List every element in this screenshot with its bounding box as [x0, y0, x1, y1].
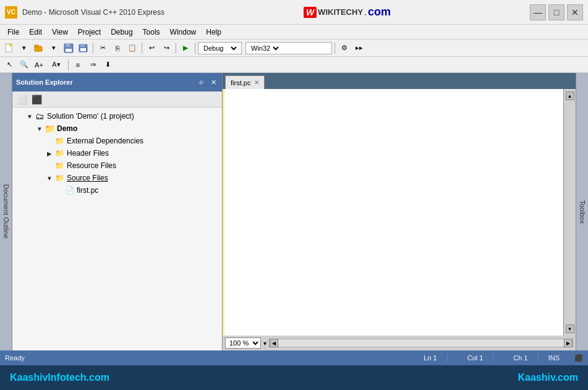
new-button[interactable] [2, 41, 16, 55]
redo-button[interactable]: ↪ [160, 41, 173, 55]
down-arrow-btn[interactable]: ⬇ [101, 58, 114, 72]
panel-controls: ꩜ ✕ [196, 78, 218, 87]
menu-file[interactable]: File [2, 27, 24, 38]
tree-item-source[interactable]: ▼ 📁 Source Files [12, 172, 222, 184]
pointer-button[interactable]: ↖ [2, 58, 16, 72]
status-ready: Ready [5, 354, 404, 362]
menu-debug[interactable]: Debug [106, 27, 137, 38]
tree-view: ▼ 🗂 Solution 'Demo' (1 project) ▼ 📁 Demo… [12, 108, 222, 350]
tree-item-firstpc[interactable]: 📄 first.pc [12, 184, 222, 197]
external-label: External Dependencies [67, 137, 143, 145]
editor-scrollbar: ▲ ▼ [563, 89, 576, 336]
tree-item-header[interactable]: ▶ 📁 Header Files [12, 147, 222, 159]
folder-icon-resource: 📁 [54, 161, 64, 171]
demo-label: Demo [57, 124, 77, 133]
font-increase[interactable]: A+ [32, 58, 46, 72]
minimize-button[interactable]: — [530, 4, 546, 20]
footer-left-link[interactable]: KaashivInfotech.com [10, 372, 109, 383]
menu-bar: File Edit View Project Debug Tools Windo… [0, 25, 588, 40]
editor-tabs: first.pc ✕ [223, 73, 576, 89]
maximize-button[interactable]: □ [548, 4, 565, 20]
svg-rect-8 [80, 45, 85, 47]
copy-button[interactable]: ⎘ [111, 41, 124, 55]
indent-btn[interactable]: ⇒ [86, 58, 100, 72]
window-controls: — □ ✕ [530, 4, 583, 20]
status-bar: Ready Ln 1 Col 1 Ch 1 INS ⬛ [0, 350, 588, 365]
scroll-left-button[interactable]: ◀ [270, 339, 278, 347]
tab-close-button[interactable]: ✕ [254, 79, 259, 86]
tree-item-demo[interactable]: ▼ 📁 Demo [12, 122, 222, 135]
toolbar-dropdown-1[interactable]: ▾ [17, 41, 31, 55]
panel-close-button[interactable]: ✕ [209, 78, 218, 87]
footer-right-link[interactable]: Kaashiv.com [518, 372, 578, 383]
menu-tools[interactable]: Tools [138, 27, 165, 38]
solution-label: Solution 'Demo' (1 project) [47, 112, 134, 121]
scroll-down-button[interactable]: ▼ [566, 324, 574, 333]
debug-config-dropdown[interactable]: Debug Release [198, 42, 242, 54]
list-btn[interactable]: ≡ [71, 58, 85, 72]
solution-explorer-panel: Solution Explorer ꩜ ✕ ⬜ ⬛ ▼ 🗂 Solution '… [12, 73, 223, 350]
footer: KaashivInfotech.com Kaashiv.com [0, 365, 588, 390]
main-area: Document Outline Solution Explorer ꩜ ✕ ⬜… [0, 73, 588, 350]
separator-2 [142, 43, 142, 54]
scroll-up-button[interactable]: ▲ [566, 91, 574, 100]
close-button[interactable]: ✕ [567, 4, 583, 20]
separator-3 [176, 43, 176, 54]
status-ins: INS [548, 354, 560, 362]
menu-window[interactable]: Window [165, 27, 202, 38]
platform-dropdown[interactable]: Win32 x64 [245, 42, 332, 54]
zoom-dropdown-arrow: ▾ [263, 340, 266, 347]
toolbox-label: Toolbox [579, 200, 586, 224]
panel-title: Solution Explorer [16, 78, 73, 86]
tree-item-external[interactable]: 📁 External Dependencies [12, 135, 222, 147]
folder-icon-header: 📁 [54, 148, 64, 158]
search-button[interactable]: 🔍 [17, 58, 31, 72]
app-title: Demo - Microsoft Visual C++ 2010 Express [22, 8, 164, 17]
logo-wikitechy: WIKITECHY [318, 7, 363, 17]
save-button[interactable] [62, 41, 75, 55]
toolbar-dropdown-2[interactable]: ▾ [47, 41, 61, 55]
sep-2-1 [68, 59, 69, 70]
svg-rect-5 [66, 44, 70, 47]
editor-bottom-bar: 100 % 75 % 150 % ▾ ◀ ▶ [223, 336, 576, 350]
scroll-right-button[interactable]: ▶ [564, 339, 573, 347]
folder-icon-external: 📁 [54, 136, 64, 146]
more-button[interactable]: ▸▸ [352, 41, 366, 55]
pin-button[interactable]: ꩜ [196, 78, 207, 87]
panel-header: Solution Explorer ꩜ ✕ [12, 73, 222, 91]
expander-source: ▼ [45, 175, 54, 182]
panel-btn-1[interactable]: ⬜ [15, 93, 28, 106]
separator-1 [93, 43, 93, 54]
open-button[interactable] [32, 41, 46, 55]
settings-button[interactable]: ⚙ [338, 41, 351, 55]
run-button[interactable]: ▶ [179, 41, 192, 55]
menu-help[interactable]: Help [201, 27, 226, 38]
menu-edit[interactable]: Edit [24, 27, 47, 38]
paste-button[interactable]: 📋 [126, 41, 139, 55]
document-outline-tab[interactable]: Document Outline [0, 73, 12, 350]
expander-demo: ▼ [35, 125, 45, 132]
solution-icon: 🗂 [35, 111, 45, 121]
menu-view[interactable]: View [47, 27, 73, 38]
platform-select[interactable]: Win32 x64 [249, 44, 281, 53]
title-bar: VC Demo - Microsoft Visual C++ 2010 Expr… [0, 0, 588, 25]
toolbox-tab[interactable]: Toolbox [576, 73, 588, 350]
horizontal-scrollbar[interactable]: ◀ ▶ [269, 339, 573, 347]
editor-content[interactable] [223, 89, 563, 336]
panel-btn-2[interactable]: ⬛ [30, 93, 43, 106]
tree-item-resource[interactable]: 📁 Resource Files [12, 159, 222, 172]
wikitechy-logo: W WIKITECHY . com [304, 6, 391, 19]
logo-com: com [368, 6, 391, 19]
cut-button[interactable]: ✂ [96, 41, 109, 55]
svg-rect-9 [80, 48, 86, 51]
zoom-select[interactable]: 100 % 75 % 150 % [225, 337, 261, 349]
menu-project[interactable]: Project [73, 27, 106, 38]
tree-item-solution[interactable]: ▼ 🗂 Solution 'Demo' (1 project) [12, 110, 222, 122]
tab-firstpc[interactable]: first.pc ✕ [225, 75, 265, 89]
status-icon: ⬛ [574, 354, 583, 362]
save-all-button[interactable] [77, 41, 90, 55]
font-size-btn[interactable]: A▾ [47, 58, 66, 72]
undo-button[interactable]: ↩ [145, 41, 158, 55]
svg-rect-3 [35, 45, 38, 47]
debug-config-select[interactable]: Debug Release [201, 44, 239, 53]
